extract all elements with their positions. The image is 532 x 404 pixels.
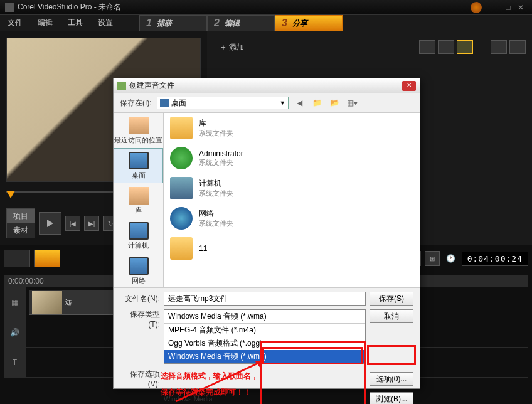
place-libraries[interactable]: 库 bbox=[114, 183, 163, 218]
save-button[interactable]: 保存(S) bbox=[370, 292, 413, 306]
filetype-dropdown[interactable]: Windows Media 音频 (*.wma) MPEG-4 音频文件 (*.… bbox=[164, 309, 366, 364]
option-m4a[interactable]: MPEG-4 音频文件 (*.m4a) bbox=[164, 324, 365, 337]
chevron-down-icon: ▼ bbox=[280, 100, 285, 106]
playhead-icon[interactable] bbox=[6, 191, 15, 198]
option-wma[interactable]: Windows Media 音频 (*.wma) bbox=[164, 350, 365, 363]
minimize-button[interactable]: — bbox=[489, 3, 502, 12]
step-edit[interactable]: 2编辑 bbox=[207, 15, 275, 31]
preview-mode-tabs: 项目 素材 bbox=[6, 208, 35, 238]
step-tabs: 1捕获 2编辑 3分享 bbox=[139, 15, 343, 31]
prev-frame-button[interactable]: |◀ bbox=[65, 216, 80, 231]
save-location-dropdown[interactable]: 桌面 ▼ bbox=[157, 97, 289, 109]
fit-button[interactable]: ⊞ bbox=[425, 251, 440, 266]
add-media-button[interactable]: ＋ 添加 bbox=[213, 40, 250, 55]
up-button[interactable]: 📁 bbox=[311, 97, 324, 109]
menu-settings[interactable]: 设置 bbox=[90, 15, 120, 31]
step-share[interactable]: 3分享 bbox=[275, 15, 343, 31]
app-icon bbox=[5, 3, 14, 12]
desktop-icon bbox=[160, 99, 169, 107]
places-bar: 最近访问的位置 桌面 库 计算机 网络 bbox=[114, 113, 164, 287]
lib-filter-image[interactable] bbox=[438, 40, 454, 54]
timeline-mode-button[interactable] bbox=[34, 250, 60, 267]
file-item-network[interactable]: 网络系统文件夹 bbox=[164, 203, 420, 233]
lib-view-button[interactable] bbox=[509, 40, 526, 54]
filename-input[interactable] bbox=[164, 292, 366, 306]
cancel-button[interactable]: 取消 bbox=[370, 309, 413, 323]
menu-edit[interactable]: 编辑 bbox=[30, 15, 60, 31]
place-network[interactable]: 网络 bbox=[114, 253, 163, 287]
storyboard-mode-button[interactable] bbox=[4, 250, 30, 267]
lib-filter-audio[interactable] bbox=[457, 40, 473, 54]
dialog-lower: 文件名(N): 保存(S) 保存类型(T): Windows Media 音频 … bbox=[114, 288, 420, 404]
back-button[interactable]: ◀ bbox=[294, 97, 306, 109]
menu-file[interactable]: 文件 bbox=[0, 15, 30, 31]
lib-sort-button[interactable] bbox=[491, 40, 507, 54]
place-recent[interactable]: 最近访问的位置 bbox=[114, 113, 163, 148]
help-icon[interactable] bbox=[471, 2, 482, 13]
save-in-label: 保存在(I): bbox=[120, 98, 152, 109]
tab-project[interactable]: 项目 bbox=[7, 209, 35, 223]
dialog-close-button[interactable]: ✕ bbox=[402, 81, 416, 91]
file-item-administrator[interactable]: Administrator系统文件夹 bbox=[164, 143, 420, 173]
options-button[interactable]: 选项(0)... bbox=[370, 372, 413, 386]
new-folder-button[interactable]: 📂 bbox=[329, 97, 341, 109]
maximize-button[interactable]: □ bbox=[502, 3, 514, 12]
place-computer[interactable]: 计算机 bbox=[114, 218, 163, 253]
dialog-toolbar: 保存在(I): 桌面 ▼ ◀ 📁 📂 ▦▾ bbox=[114, 93, 420, 112]
dialog-titlebar[interactable]: 创建声音文件 ✕ bbox=[114, 78, 420, 93]
place-desktop[interactable]: 桌面 bbox=[114, 148, 163, 183]
title-track-head[interactable]: T bbox=[4, 348, 26, 377]
video-clip[interactable]: 远 bbox=[29, 290, 117, 315]
titlebar: Corel VideoStudio Pro - 未命名 — □ ✕ bbox=[0, 0, 532, 15]
play-button[interactable] bbox=[39, 212, 61, 235]
filename-label: 文件名(N): bbox=[120, 294, 160, 304]
filetype-options: MPEG-4 音频文件 (*.m4a) Ogg Vorbis 音频格式 (*.o… bbox=[164, 323, 365, 363]
filetype-selected: Windows Media 音频 (*.wma) bbox=[164, 310, 365, 323]
menubar: 文件 编辑 工具 设置 1捕获 2编辑 3分享 bbox=[0, 15, 532, 31]
tab-source[interactable]: 素材 bbox=[7, 223, 35, 238]
video-track-head[interactable]: ▦ bbox=[4, 287, 26, 317]
file-item-11[interactable]: 11 bbox=[164, 233, 420, 263]
lib-filter-video[interactable] bbox=[419, 40, 435, 54]
option-ogg[interactable]: Ogg Vorbis 音频格式 (*.ogg) bbox=[164, 337, 365, 350]
play-icon bbox=[47, 220, 53, 227]
clock-icon: 🕐 bbox=[446, 254, 455, 263]
save-options-label: 保存选项(V): bbox=[120, 369, 160, 388]
library-toolbar: ＋ 添加 bbox=[213, 38, 526, 56]
next-frame-button[interactable]: ▶| bbox=[84, 216, 99, 231]
dialog-title: 创建声音文件 bbox=[129, 80, 402, 91]
audio-track-head[interactable]: 🔊 bbox=[4, 317, 26, 347]
annotation-text: 选择音频格式，输入歌曲名， 保存等待渲染完成即可！！ bbox=[161, 368, 258, 400]
file-item-computer[interactable]: 计算机系统文件夹 bbox=[164, 173, 420, 203]
dialog-icon bbox=[117, 82, 126, 90]
clip-thumbnail bbox=[32, 291, 62, 314]
window-title: Corel VideoStudio Pro - 未命名 bbox=[18, 2, 471, 13]
filetype-label: 保存类型(T): bbox=[120, 309, 160, 329]
timecode-display[interactable]: 0:04:00:24 bbox=[462, 252, 528, 266]
clip-label: 远 bbox=[65, 297, 72, 307]
file-item-libraries[interactable]: 库系统文件夹 bbox=[164, 113, 420, 143]
file-list[interactable]: 库系统文件夹 Administrator系统文件夹 计算机系统文件夹 网络系统文… bbox=[164, 113, 420, 287]
view-menu-button[interactable]: ▦▾ bbox=[346, 97, 359, 109]
menu-tools[interactable]: 工具 bbox=[60, 15, 90, 31]
close-button[interactable]: ✕ bbox=[514, 3, 527, 12]
browse-button[interactable]: 浏览(B)... bbox=[370, 392, 413, 404]
save-dialog: 创建声音文件 ✕ 保存在(I): 桌面 ▼ ◀ 📁 📂 ▦▾ 最近访问的位置 桌… bbox=[113, 78, 420, 389]
step-capture[interactable]: 1捕获 bbox=[139, 15, 207, 31]
dialog-body: 最近访问的位置 桌面 库 计算机 网络 库系统文件夹 Administrator… bbox=[114, 112, 420, 288]
